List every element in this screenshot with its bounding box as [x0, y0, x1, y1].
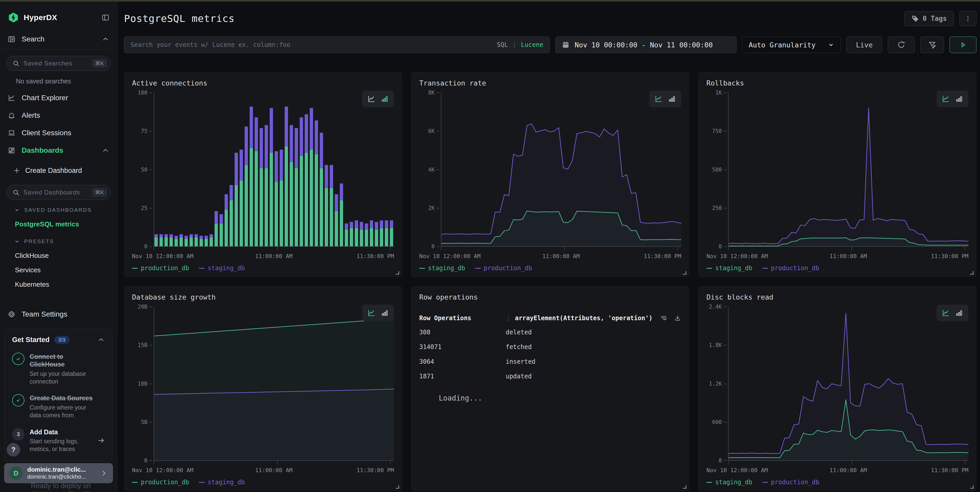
saved-dashboards-search[interactable]: ⌘K [6, 185, 111, 200]
step-add-data[interactable]: 3 Add Data Start sending logs, metrics, … [12, 428, 105, 453]
filter-button[interactable] [920, 37, 944, 53]
panel-title: Transaction rate [419, 79, 681, 87]
line-chart-icon[interactable] [654, 95, 663, 103]
sql-mode-toggle[interactable]: SQL [497, 41, 508, 48]
create-dashboard-button[interactable]: Create Dashboard [0, 163, 117, 178]
chevron-up-icon[interactable] [102, 35, 110, 43]
y-axis-labels: 02K4K6K8K [419, 93, 441, 250]
table-row[interactable]: 308 deleted [419, 325, 681, 340]
table-column-header: Row Operations [419, 315, 506, 322]
line-chart-icon[interactable] [367, 95, 375, 103]
legend-item[interactable]: production_db [475, 265, 532, 272]
rollbacks-chart[interactable] [728, 93, 969, 250]
bar-chart-icon[interactable] [381, 309, 389, 317]
panel-transaction-rate: Transaction rate 02K4K6K8K Nov 10 12:00:… [411, 72, 689, 277]
get-started-header[interactable]: Get Started 2/3 [12, 336, 105, 344]
resize-handle[interactable] [970, 271, 974, 275]
sidebar-item-dashboards[interactable]: Dashboards [0, 142, 117, 159]
sidebar-item-team-settings[interactable]: Team Settings [0, 305, 117, 323]
legend-item[interactable]: production_db [132, 479, 189, 486]
step-connect-clickhouse[interactable]: Connect to ClickHouse Set up your databa… [12, 353, 105, 386]
refresh-button[interactable] [888, 37, 915, 53]
chart-legend[interactable]: staging_dbproduction_db [706, 265, 969, 272]
table-row[interactable]: 314071 fetched [419, 340, 681, 354]
run-query-button[interactable] [950, 37, 977, 53]
granularity-value: Auto Granularity [749, 41, 816, 49]
legend-item[interactable]: staging_db [199, 479, 245, 486]
legend-item[interactable]: staging_db [706, 479, 752, 486]
database-size-growth-chart[interactable] [154, 307, 394, 465]
bar-chart-icon[interactable] [668, 95, 676, 103]
sidebar-item-clickhouse[interactable]: ClickHouse [0, 248, 117, 263]
transaction-rate-chart[interactable] [441, 93, 681, 250]
get-started-card: Get Started 2/3 Connect to ClickHouse Se… [5, 329, 113, 461]
table-row[interactable]: 1871 updated [419, 369, 681, 383]
bar-chart-icon[interactable] [955, 95, 963, 103]
y-axis-labels: 0255075100 [132, 93, 154, 250]
legend-item[interactable]: staging_db [706, 265, 752, 272]
sidebar-item-services[interactable]: Services [0, 263, 117, 277]
date-range-picker[interactable]: Nov 10 00:00:00 - Nov 11 00:00:00 [555, 37, 737, 53]
live-button[interactable]: Live [846, 37, 882, 53]
sidebar-item-kubernetes[interactable]: Kubernetes [0, 277, 117, 292]
sidebar-item-client-sessions[interactable]: Client Sessions [0, 124, 117, 142]
lucene-mode-toggle[interactable]: Lucene [521, 41, 543, 48]
line-chart-icon[interactable] [942, 309, 950, 317]
granularity-select[interactable]: Auto Granularity [742, 37, 841, 53]
hyperdx-logo-icon [8, 12, 19, 23]
legend-item[interactable]: production_db [762, 479, 819, 486]
chevron-up-icon[interactable] [102, 147, 110, 154]
column-resize-handle[interactable]: ⋮ [506, 315, 511, 321]
legend-item[interactable]: production_db [762, 265, 819, 272]
brand-name[interactable]: HyperDX [24, 13, 97, 22]
sidebar-item-postgresql-metrics[interactable]: PostgreSQL metrics [0, 217, 117, 231]
legend-item[interactable]: staging_db [419, 265, 465, 272]
chevron-up-icon[interactable] [97, 336, 105, 343]
panel-database-size-growth: Database size growth 05B10B15B20B Nov 10… [124, 286, 402, 491]
chart-explorer-icon [8, 94, 16, 102]
wrap-lines-icon[interactable] [660, 315, 667, 322]
saved-dashboards-section-header[interactable]: SAVED DASHBOARDS [0, 203, 117, 217]
disc-blocks-read-chart[interactable] [728, 307, 969, 465]
saved-searches-search[interactable]: ⌘K [6, 56, 111, 71]
resize-handle[interactable] [970, 485, 974, 489]
line-chart-icon[interactable] [367, 309, 375, 317]
presets-section-header[interactable]: PRESETS [0, 235, 117, 248]
saved-searches-input[interactable] [24, 60, 88, 67]
sidebar-item-label: Team Settings [22, 310, 67, 318]
sidebar-item-alerts[interactable]: Alerts [0, 107, 117, 124]
resize-handle[interactable] [396, 485, 399, 489]
panel-title: Disc blocks read [706, 293, 969, 301]
download-icon[interactable] [674, 315, 681, 322]
panel-disc-blocks-read: Disc blocks read 06001.2K1.8K2.4K Nov 10… [698, 286, 977, 491]
line-chart-icon[interactable] [942, 95, 950, 103]
user-area: Ready to deploy on ClickHouse Cloud? D d… [4, 463, 113, 492]
event-search-input[interactable] [130, 41, 492, 48]
bar-chart-icon[interactable] [955, 309, 963, 317]
resize-handle[interactable] [683, 485, 686, 489]
step-create-data-sources[interactable]: Create Data Sources Configure where your… [12, 394, 105, 419]
step-desc: Set up your database connection [30, 370, 97, 386]
chart-legend[interactable]: staging_dbproduction_db [419, 265, 681, 272]
table-row[interactable]: 3064 inserted [419, 354, 681, 369]
tags-button[interactable]: 0 Tags [904, 11, 954, 26]
saved-dashboards-input[interactable] [24, 189, 88, 196]
help-button[interactable]: ? [7, 443, 20, 457]
bar-chart-icon[interactable] [381, 95, 389, 103]
resize-handle[interactable] [396, 271, 399, 275]
panel-title: Active connections [132, 79, 394, 87]
legend-item[interactable]: production_db [132, 265, 189, 272]
sidebar-item-chart-explorer[interactable]: Chart Explorer [0, 89, 117, 107]
chart-legend[interactable]: staging_dbproduction_db [706, 479, 969, 486]
sidebar-item-search[interactable]: Search [0, 30, 117, 48]
active-connections-chart[interactable] [154, 93, 394, 250]
chart-legend[interactable]: production_dbstaging_db [132, 265, 394, 272]
panel-menu-button[interactable] [959, 11, 977, 26]
get-started-title: Get Started [12, 336, 50, 344]
user-menu[interactable]: D dominic.tran@clic... dominic.tran@clic… [4, 463, 113, 483]
chart-legend[interactable]: production_dbstaging_db [132, 479, 394, 486]
panel-title: Row operations [419, 293, 681, 301]
legend-item[interactable]: staging_db [199, 265, 245, 272]
sidebar-collapse-icon[interactable] [102, 14, 110, 21]
resize-handle[interactable] [683, 271, 686, 275]
